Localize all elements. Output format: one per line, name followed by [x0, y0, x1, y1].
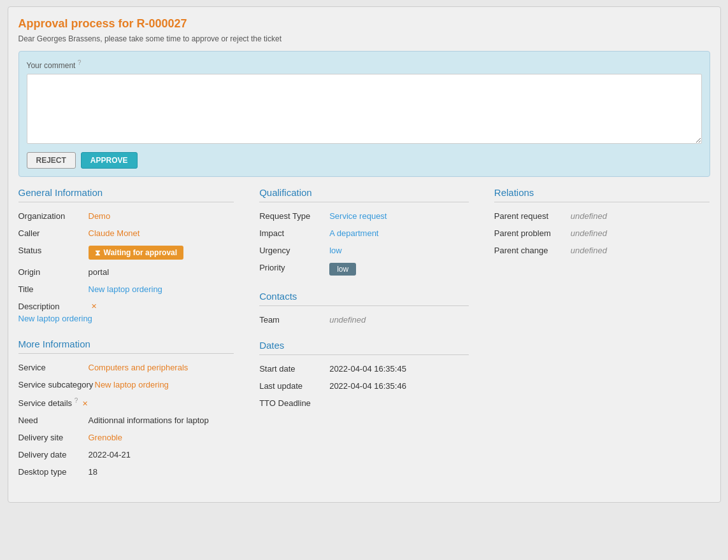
caller-label: Caller — [18, 228, 89, 238]
action-buttons: REJECT APPROVE — [27, 152, 702, 169]
qualification-title: Qualification — [259, 187, 469, 202]
left-column: General Information Organization Demo Ca… — [18, 187, 241, 492]
desktop-type-row: Desktop type 18 — [18, 467, 234, 477]
desktop-type-label: Desktop type — [18, 467, 89, 477]
service-details-row: Service details ? ✕ — [18, 397, 234, 408]
parent-change-label: Parent change — [494, 246, 571, 255]
parent-change-value: undefined — [571, 246, 607, 255]
hourglass-icon: ⧗ — [95, 248, 100, 257]
delivery-site-label: Delivery site — [18, 433, 89, 442]
status-label: Status — [18, 246, 89, 255]
qualification-section: Qualification Request Type Service reque… — [259, 187, 469, 276]
service-details-help-icon: ? — [75, 397, 78, 404]
status-badge: ⧗ Waiting for approval — [89, 246, 184, 260]
page-title: Approval process for R-000027 — [18, 17, 710, 31]
relations-title: Relations — [494, 187, 710, 202]
service-subcat-label: Service subcategory — [18, 380, 95, 389]
need-label: Need — [18, 416, 89, 425]
subtitle-text: Dear Georges Brassens, please take some … — [18, 34, 282, 43]
title-field-value[interactable]: New laptop ordering — [89, 284, 162, 294]
status-badge-text: Waiting for approval — [104, 248, 178, 257]
origin-row: Origin portal — [18, 267, 234, 277]
last-update-value: 2022-04-04 16:35:46 — [329, 381, 406, 391]
urgency-value[interactable]: low — [329, 246, 342, 255]
request-type-label: Request Type — [259, 211, 329, 221]
reject-button[interactable]: REJECT — [27, 152, 76, 169]
main-grid: General Information Organization Demo Ca… — [18, 187, 710, 492]
dates-section: Dates Start date 2022-04-04 16:35:45 Las… — [259, 340, 469, 408]
last-update-label: Last update — [259, 381, 329, 391]
parent-problem-label: Parent problem — [494, 228, 571, 238]
impact-label: Impact — [259, 228, 329, 238]
delivery-date-label: Delivery date — [18, 450, 89, 459]
dates-title: Dates — [259, 340, 469, 355]
parent-problem-row: Parent problem undefined — [494, 228, 710, 238]
start-date-row: Start date 2022-04-04 16:35:45 — [259, 364, 469, 374]
description-header: Description ✕ — [18, 302, 97, 311]
subtitle: Dear Georges Brassens, please take some … — [18, 34, 710, 43]
comment-label: Your comment ? — [27, 59, 702, 70]
tto-deadline-row: TTO Deadline — [259, 398, 469, 408]
comment-section: Your comment ? REJECT APPROVE — [18, 51, 710, 177]
parent-request-row: Parent request undefined — [494, 211, 710, 221]
urgency-label: Urgency — [259, 246, 329, 255]
service-details-label: Service details ? ✕ — [18, 397, 89, 408]
right-column: Relations Parent request undefined Paren… — [488, 187, 710, 492]
impact-value[interactable]: A department — [329, 228, 378, 238]
page-container: Approval process for R-000027 Dear Georg… — [8, 6, 721, 503]
title-row: Title New laptop ordering — [18, 284, 234, 294]
start-date-value: 2022-04-04 16:35:45 — [329, 364, 406, 374]
contacts-title: Contacts — [259, 291, 469, 306]
team-value: undefined — [329, 315, 366, 325]
parent-change-row: Parent change undefined — [494, 246, 710, 255]
approve-button[interactable]: APPROVE — [81, 152, 138, 169]
impact-row: Impact A department — [259, 228, 469, 238]
description-label: Description — [18, 302, 89, 311]
parent-request-label: Parent request — [494, 211, 571, 221]
delivery-site-row: Delivery site Grenoble — [18, 433, 234, 442]
comment-label-text: Your comment — [27, 61, 76, 70]
comment-help-icon: ? — [78, 59, 82, 66]
org-value[interactable]: Demo — [89, 211, 111, 221]
service-details-edit-icon[interactable]: ✕ — [82, 400, 88, 407]
contacts-section: Contacts Team undefined — [259, 291, 469, 325]
service-label: Service — [18, 363, 89, 372]
priority-row: Priority low — [259, 263, 469, 276]
description-value: New laptop ordering — [18, 314, 92, 323]
need-row: Need Aditionnal informations for laptop — [18, 416, 234, 425]
caller-row: Caller Claude Monet — [18, 228, 234, 238]
caller-value[interactable]: Claude Monet — [89, 228, 140, 238]
service-value[interactable]: Computers and peripherals — [89, 363, 189, 372]
relations-section: Relations Parent request undefined Paren… — [494, 187, 710, 255]
request-type-row: Request Type Service request — [259, 211, 469, 221]
tto-deadline-label: TTO Deadline — [259, 398, 329, 408]
ticket-id: R-000027 — [137, 17, 187, 30]
delivery-date-row: Delivery date 2022-04-21 — [18, 450, 234, 459]
parent-request-value: undefined — [571, 211, 607, 221]
priority-value: low — [329, 263, 356, 276]
desktop-type-value: 18 — [89, 467, 97, 477]
urgency-row: Urgency low — [259, 246, 469, 255]
comment-textarea[interactable] — [27, 74, 702, 144]
description-edit-icon[interactable]: ✕ — [91, 302, 97, 311]
general-info-section: General Information Organization Demo Ca… — [18, 187, 234, 323]
status-value: ⧗ Waiting for approval — [89, 246, 184, 260]
team-label: Team — [259, 315, 329, 325]
middle-column: Qualification Request Type Service reque… — [253, 187, 475, 492]
parent-problem-value: undefined — [571, 228, 607, 238]
origin-value: portal — [89, 267, 110, 277]
title-prefix: Approval process for — [18, 17, 137, 30]
delivery-date-value: 2022-04-21 — [89, 450, 131, 459]
org-row: Organization Demo — [18, 211, 234, 221]
more-info-section: More Information Service Computers and p… — [18, 339, 234, 477]
more-info-title: More Information — [18, 339, 234, 354]
priority-label: Priority — [259, 263, 329, 272]
request-type-value[interactable]: Service request — [329, 211, 387, 221]
general-info-title: General Information — [18, 187, 234, 202]
status-row: Status ⧗ Waiting for approval — [18, 246, 234, 260]
last-update-row: Last update 2022-04-04 16:35:46 — [259, 381, 469, 391]
description-row: Description ✕ New laptop ordering — [18, 302, 234, 323]
service-subcat-value[interactable]: New laptop ordering — [95, 380, 169, 389]
delivery-site-value[interactable]: Grenoble — [89, 433, 122, 442]
service-subcat-row: Service subcategory New laptop ordering — [18, 380, 234, 389]
